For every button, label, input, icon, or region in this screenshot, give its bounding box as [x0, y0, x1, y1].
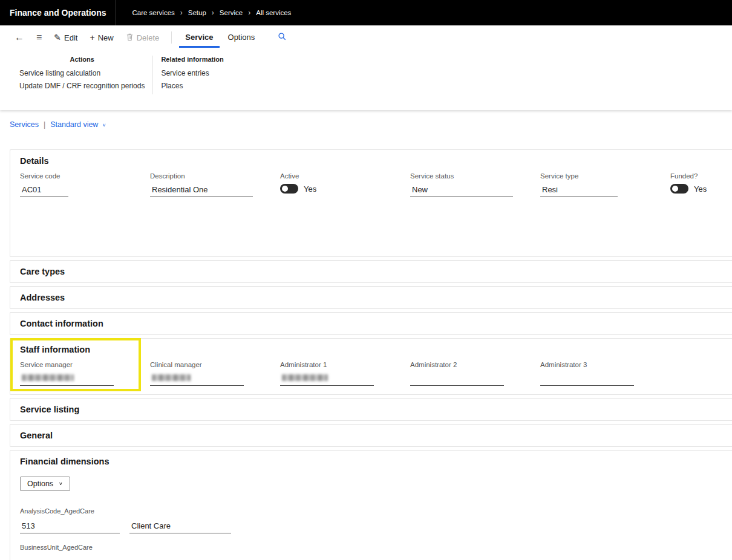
section-details-header[interactable]: Details	[10, 150, 732, 171]
section-staff-information-header[interactable]: Staff information	[10, 339, 732, 360]
field-administrator-1: Administrator 1	[280, 361, 410, 386]
section-financial-dimensions-header[interactable]: Financial dimensions	[10, 451, 732, 472]
field-label: Funded?	[670, 172, 732, 180]
description-input[interactable]: Residential One	[150, 184, 253, 197]
active-toggle-row: Yes	[280, 184, 410, 194]
edit-button[interactable]: ✎ Edit	[49, 30, 82, 45]
field-label: Administrator 1	[280, 361, 410, 368]
administrator-2-input[interactable]	[410, 373, 504, 386]
section-care-types-header[interactable]: Care types	[10, 261, 732, 282]
form-content: Details Service code AC01 Description Re…	[10, 149, 732, 560]
staff-fields: Service manager Clinical manager Adminis…	[10, 360, 732, 394]
field-label: Service manager	[20, 361, 150, 368]
breadcrumb-item[interactable]: Care services	[132, 9, 174, 16]
ribbon-group-actions: Actions Service listing calculation Upda…	[10, 56, 145, 94]
section-general: General	[10, 424, 732, 447]
ribbon-action-update-dmf-crf[interactable]: Update DMF / CRF recognition periods	[19, 82, 145, 90]
dimension-label: BusinessUnit_AgedCare	[20, 544, 722, 551]
pencil-icon: ✎	[54, 33, 61, 42]
active-toggle[interactable]	[280, 184, 298, 194]
toggle-knob	[282, 186, 288, 192]
administrator-3-input[interactable]	[540, 373, 634, 386]
field-label: Service status	[410, 172, 540, 180]
section-staff-information: Staff information Service manager Clinic…	[10, 338, 732, 395]
ribbon-action-service-entries[interactable]: Service entries	[161, 69, 223, 77]
field-service-type: Service type Resi	[540, 172, 670, 197]
section-title: Contact information	[20, 319, 103, 328]
field-label: Active	[280, 172, 410, 180]
section-title: Staff information	[20, 345, 90, 354]
service-manager-input[interactable]	[20, 373, 114, 386]
field-label: Description	[150, 172, 280, 180]
delete-button[interactable]: Delete	[121, 30, 165, 45]
details-fields: Service code AC01 Description Residentia…	[10, 171, 732, 256]
administrator-1-input[interactable]	[280, 373, 374, 386]
tab-service[interactable]: Service	[179, 27, 219, 48]
field-label: Service type	[540, 172, 670, 180]
redacted-value	[282, 374, 328, 381]
funded-toggle[interactable]	[670, 184, 688, 194]
view-selector[interactable]: Standard view ∨	[50, 120, 106, 129]
redacted-value	[22, 374, 74, 381]
separator: |	[44, 120, 45, 129]
chevron-down-icon: ∨	[102, 123, 106, 128]
field-clinical-manager: Clinical manager	[150, 361, 280, 386]
section-title: Financial dimensions	[20, 457, 109, 466]
field-description: Description Residential One	[150, 172, 280, 197]
service-type-input[interactable]: Resi	[540, 184, 618, 197]
ribbon-action-service-listing-calculation[interactable]: Service listing calculation	[19, 69, 145, 77]
section-title: Service listing	[20, 405, 79, 414]
command-ribbon: ← ≡ ✎ Edit + New Delete Service Options …	[0, 25, 732, 110]
field-administrator-2: Administrator 2	[410, 361, 540, 386]
clinical-manager-input[interactable]	[150, 373, 244, 386]
section-contact-information-header[interactable]: Contact information	[10, 313, 732, 334]
toggle-knob	[672, 186, 678, 192]
section-addresses-header[interactable]: Addresses	[10, 287, 732, 308]
field-label: Service code	[20, 172, 150, 180]
section-title: Care types	[20, 267, 65, 276]
section-title: Details	[20, 156, 49, 166]
search-button[interactable]	[273, 30, 292, 45]
section-financial-dimensions: Financial dimensions Options ∨ AnalysisC…	[10, 450, 732, 560]
menu-button[interactable]: ≡	[31, 30, 47, 45]
dimension-label: AnalysisCode_AgedCare	[20, 507, 722, 515]
ribbon-group-title: Related information	[161, 56, 223, 63]
back-button[interactable]: ←	[10, 30, 29, 45]
top-navigation-bar: Finance and Operations Care services › S…	[0, 0, 732, 25]
options-button[interactable]: Options ∨	[20, 477, 70, 491]
service-code-input[interactable]: AC01	[20, 184, 68, 197]
service-status-input[interactable]: New	[410, 184, 513, 197]
tab-options[interactable]: Options	[222, 27, 261, 48]
field-label: Administrator 3	[540, 361, 670, 368]
breadcrumb-item[interactable]: Service	[220, 9, 243, 16]
ribbon-action-places[interactable]: Places	[161, 82, 223, 90]
search-icon	[278, 34, 287, 43]
new-button[interactable]: + New	[85, 30, 118, 45]
breadcrumb-item[interactable]: Setup	[188, 9, 206, 16]
breadcrumb: Care services › Setup › Service › All se…	[116, 8, 291, 17]
ribbon-group-related-information: Related information Service entries Plac…	[161, 56, 223, 94]
ribbon-groups: Actions Service listing calculation Upda…	[0, 50, 732, 110]
breadcrumb-item[interactable]: All services	[256, 9, 291, 16]
toolbar-divider	[171, 31, 172, 44]
entity-list-link[interactable]: Services	[10, 120, 39, 129]
section-service-listing-header[interactable]: Service listing	[10, 399, 732, 420]
section-contact-information: Contact information	[10, 312, 732, 335]
chevron-down-icon: ∨	[59, 481, 63, 486]
section-general-header[interactable]: General	[10, 425, 732, 446]
app-title[interactable]: Finance and Operations	[0, 0, 116, 25]
field-service-code: Service code AC01	[20, 172, 150, 197]
section-title: Addresses	[20, 293, 65, 302]
command-bar: ← ≡ ✎ Edit + New Delete Service Options	[0, 25, 732, 50]
field-label: Clinical manager	[150, 361, 280, 368]
financial-dimensions-body: Options ∨ AnalysisCode_AgedCare 513 Clie…	[10, 472, 732, 551]
plus-icon: +	[90, 33, 94, 42]
toggle-state-label: Yes	[304, 184, 316, 194]
dimension-value-input[interactable]: 513	[20, 520, 120, 533]
menu-icon: ≡	[36, 32, 42, 43]
field-service-manager: Service manager	[20, 361, 150, 386]
chevron-right-icon: ›	[180, 8, 183, 17]
dimension-description-input[interactable]: Client Care	[129, 520, 231, 533]
page-header: Services | Standard view ∨	[0, 110, 732, 137]
chevron-right-icon: ›	[248, 8, 250, 17]
